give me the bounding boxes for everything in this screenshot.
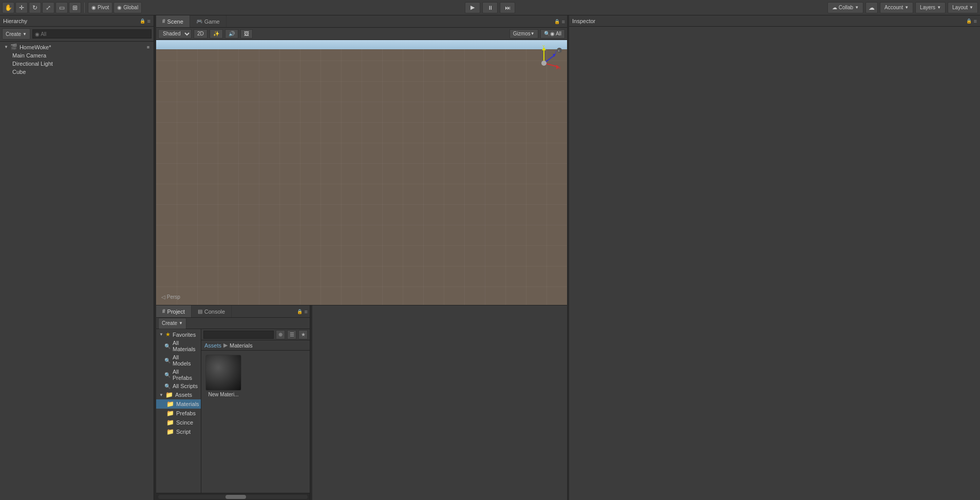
assets-prefabs[interactable]: 📁 Prefabs	[156, 409, 201, 418]
project-create-btn[interactable]: Create ▼	[158, 318, 186, 329]
pivot-group: ◉ Pivot ◉ Global	[88, 2, 142, 13]
project-pin[interactable]: 🔒	[297, 309, 303, 314]
2d-btn[interactable]: 2D	[194, 29, 208, 39]
material-item-0[interactable]: New Materi...	[205, 355, 241, 397]
fav-all-materials[interactable]: 🔍 All Materials	[156, 339, 201, 353]
2d-label: 2D	[197, 31, 204, 36]
project-menu[interactable]: ≡	[305, 309, 308, 315]
layers-btn[interactable]: Layers ▼	[915, 2, 946, 13]
assets-script[interactable]: 📁 Script	[156, 427, 201, 436]
cube-label: Cube	[12, 69, 26, 75]
assets-breadcrumb: Assets ▶ Materials	[201, 340, 310, 351]
console-tab[interactable]: ▤ Console	[192, 305, 232, 317]
hierarchy-main-camera[interactable]: Main Camera	[0, 51, 154, 60]
hierarchy-dir-light[interactable]: Directional Light	[0, 60, 154, 68]
transform-all-btn[interactable]: ⊞	[69, 2, 81, 13]
move-tool-btn[interactable]: ✛	[15, 2, 28, 13]
materials-folder-icon: 📁	[166, 400, 174, 408]
layers-label: Layers	[920, 5, 935, 10]
favorites-label: Favorites	[173, 332, 196, 338]
global-radio: ◉	[117, 5, 122, 10]
project-tab-label: Project	[167, 309, 185, 315]
audio-btn[interactable]: 🔊	[225, 29, 238, 39]
account-label: Account	[884, 5, 903, 10]
account-btn[interactable]: Account ▼	[880, 2, 913, 13]
global-label: Global	[123, 5, 138, 10]
script-label: Script	[176, 429, 191, 435]
hierarchy-menu[interactable]: ≡	[147, 18, 150, 24]
hierarchy-pin[interactable]: 🔒	[140, 18, 145, 24]
assets-header[interactable]: ▼ 📁 Assets	[156, 390, 201, 399]
scene-pin[interactable]: 🔒	[554, 19, 560, 24]
breadcrumb-current: Materials	[230, 342, 253, 349]
hierarchy-cube[interactable]: Cube	[0, 68, 154, 76]
scince-folder-icon: 📁	[166, 419, 174, 426]
step-btn[interactable]: ⏭	[500, 2, 515, 13]
hierarchy-toolbar: Create ▼	[0, 27, 154, 42]
gizmos-btn[interactable]: Gizmos ▼	[510, 29, 538, 39]
hierarchy-search[interactable]	[32, 29, 152, 39]
scene-tab-label: Scene	[167, 18, 183, 25]
project-scrollbar[interactable]	[156, 493, 310, 500]
collab-btn[interactable]: ☁ Collab ▼	[827, 2, 863, 13]
layout-label: Layout	[952, 5, 968, 10]
asset-filter-btn[interactable]: ☰	[287, 330, 296, 339]
collab-label: Collab	[839, 5, 853, 10]
fx-btn[interactable]: ✨	[210, 29, 223, 39]
scince-label: Scince	[176, 419, 193, 426]
asset-search-input[interactable]	[203, 331, 274, 339]
pause-btn[interactable]: ⏸	[482, 2, 498, 13]
project-tab-icon: #	[162, 309, 165, 314]
scroll-thumb[interactable]	[225, 495, 246, 499]
favorites-icon: ★	[165, 331, 171, 338]
script-folder-icon: 📁	[166, 428, 174, 435]
play-btn[interactable]: ▶	[465, 2, 480, 13]
game-tab[interactable]: 🎮 Game	[190, 15, 227, 27]
scene-search-btn[interactable]: 🔍 ◉ All	[540, 29, 565, 39]
svg-point-6	[541, 61, 546, 66]
scroll-track[interactable]	[158, 495, 308, 499]
project-tab[interactable]: # Project	[156, 305, 192, 317]
fav-models-label: All Models	[173, 354, 198, 367]
favorites-header[interactable]: ▼ ★ Favorites	[156, 330, 201, 339]
assets-label: Assets	[175, 392, 192, 398]
scene-viewport[interactable]: X Z Y x ◁ Persp	[156, 40, 567, 305]
scene-vis-btn[interactable]: 🖼	[240, 29, 253, 39]
breadcrumb-sep: ▶	[223, 342, 228, 349]
project-toolbar: Create ▼	[156, 318, 310, 329]
top-toolbar: ✋ ✛ ↻ ⤢ ▭ ⊞ ◉ Pivot ◉ Global ▶ ⏸ ⏭ ☁ Col…	[0, 0, 980, 15]
cloud-btn[interactable]: ☁	[865, 2, 878, 13]
bottom-resize-handle[interactable]	[310, 305, 312, 500]
hierarchy-create-btn[interactable]: Create ▼	[2, 28, 30, 40]
scene-search-label: ◉ All	[550, 31, 561, 36]
scene-menu-btn[interactable]: ≡	[562, 18, 565, 25]
hand-tool-btn[interactable]: ✋	[2, 2, 14, 13]
asset-search-icon-btn[interactable]: ⊕	[276, 330, 285, 339]
global-btn[interactable]: ◉ Global	[114, 2, 142, 13]
fav-all-models[interactable]: 🔍 All Models	[156, 353, 201, 368]
fav-all-prefabs[interactable]: 🔍 All Prefabs	[156, 368, 201, 382]
rotate-tool-btn[interactable]: ↻	[29, 2, 41, 13]
fav-all-scripts[interactable]: 🔍 All Scripts	[156, 382, 201, 390]
inspector-pin[interactable]: 🔒	[966, 18, 972, 24]
shading-dropdown[interactable]: Shaded	[158, 29, 192, 39]
scene-triangle: ▼	[4, 45, 8, 49]
layout-btn[interactable]: Layout ▼	[948, 2, 978, 13]
rect-tool-btn[interactable]: ▭	[55, 2, 68, 13]
gizmo-widget[interactable]: X Z Y x	[526, 45, 562, 81]
breadcrumb-root[interactable]: Assets	[204, 342, 221, 349]
collab-icon: ☁	[832, 5, 837, 10]
inspector-menu[interactable]: ≡	[974, 18, 977, 24]
scene-tab[interactable]: # Scene	[156, 15, 190, 27]
assets-scince[interactable]: 📁 Scince	[156, 418, 201, 427]
pivot-btn[interactable]: ◉ Pivot	[88, 2, 112, 13]
scene-menu[interactable]: ≡	[147, 45, 149, 50]
hierarchy-scene-root[interactable]: ▼ 🎬 HomeWoke* ≡	[0, 43, 154, 51]
svg-text:x: x	[558, 49, 560, 52]
asset-star-btn[interactable]: ★	[298, 330, 308, 339]
project-create-arrow: ▼	[179, 321, 183, 325]
fav-prefabs-label: All Prefabs	[173, 369, 198, 381]
assets-materials[interactable]: 📁 Materials	[156, 399, 201, 409]
sky-strip	[156, 40, 567, 49]
scale-tool-btn[interactable]: ⤢	[42, 2, 54, 13]
